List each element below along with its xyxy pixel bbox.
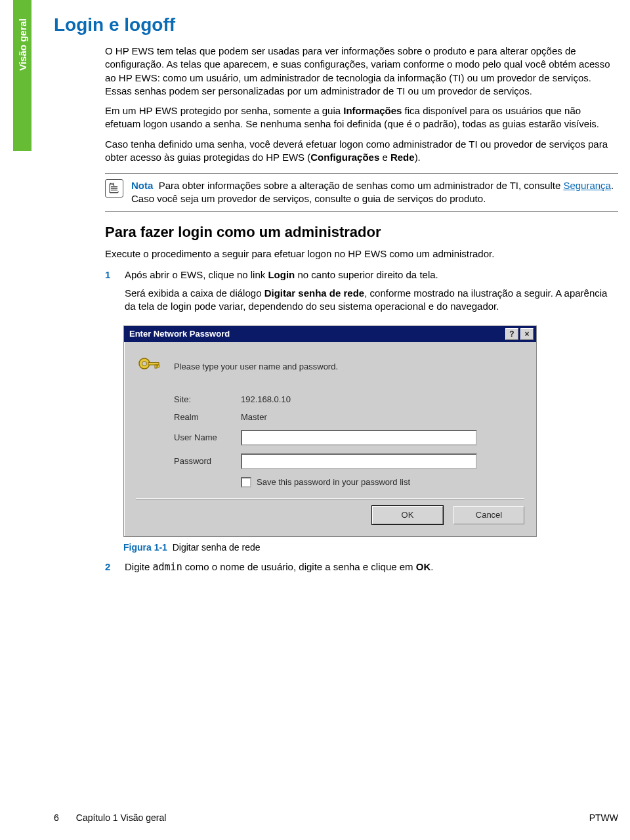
- note-block: Nota Para obter informações sobre a alte…: [105, 173, 618, 212]
- svg-rect-2: [148, 362, 159, 365]
- username-label: User Name: [174, 432, 241, 442]
- password-input[interactable]: [241, 453, 477, 469]
- para-3: Caso tenha definido uma senha, você deve…: [105, 138, 618, 165]
- note-lead: Nota: [131, 180, 153, 191]
- close-button[interactable]: ×: [520, 328, 534, 340]
- dialog-titlebar: Enter Network Password ? ×: [124, 326, 536, 342]
- realm-label: Realm: [174, 412, 241, 422]
- figure-caption: Figura 1-1 Digitar senha de rede: [123, 542, 618, 553]
- password-label: Password: [174, 456, 241, 466]
- step-2-text: Digite admin como o nome de usuário, dig…: [125, 560, 618, 579]
- dialog-body: Please type your user name and password.…: [124, 342, 536, 536]
- page-title: Login e logoff: [54, 14, 618, 35]
- section-heading: Para fazer login como um administrador: [105, 224, 618, 241]
- svg-rect-3: [155, 365, 157, 368]
- para-1: O HP EWS tem telas que podem ser usadas …: [105, 45, 618, 98]
- note-body: Nota Para obter informações sobre a alte…: [131, 179, 618, 206]
- body-text: O HP EWS tem telas que podem ser usadas …: [105, 45, 618, 164]
- step-2: 2 Digite admin como o nome de usuário, d…: [105, 560, 618, 579]
- lang-code: PTWW: [589, 812, 618, 823]
- site-value: 192.168.0.10: [241, 394, 291, 404]
- chapter-label: Capítulo 1 Visão geral: [76, 812, 167, 823]
- svg-rect-4: [158, 365, 159, 368]
- dialog-illustration: Enter Network Password ? ×: [123, 326, 618, 537]
- page-footer: 6 Capítulo 1 Visão geral PTWW: [54, 812, 618, 823]
- dialog-title: Enter Network Password: [129, 329, 230, 339]
- page-content: Login e logoff O HP EWS tem telas que po…: [54, 14, 618, 585]
- page-number: 6: [54, 812, 59, 823]
- save-password-label: Save this password in your password list: [257, 477, 410, 487]
- username-input[interactable]: [241, 430, 477, 446]
- step-2-number: 2: [105, 560, 114, 579]
- step-1-text: Após abrir o EWS, clique no link Login n…: [125, 268, 618, 319]
- step-1: 1 Após abrir o EWS, clique no link Login…: [105, 268, 618, 319]
- section-intro: Execute o procedimento a seguir para efe…: [105, 247, 618, 261]
- ok-button[interactable]: OK: [372, 506, 443, 524]
- note-icon: [105, 179, 123, 198]
- help-button[interactable]: ?: [505, 328, 518, 340]
- svg-point-1: [142, 361, 147, 366]
- step-1-number: 1: [105, 268, 114, 319]
- figure-lead: Figura 1-1: [123, 542, 167, 553]
- side-tab: Visão geral: [13, 0, 32, 151]
- side-tab-label: Visão geral: [17, 18, 28, 71]
- key-icon: [136, 354, 162, 380]
- cancel-button[interactable]: Cancel: [453, 506, 524, 524]
- para-2: Em um HP EWS protegido por senha, soment…: [105, 104, 618, 131]
- save-password-checkbox[interactable]: [241, 477, 251, 488]
- site-label: Site:: [174, 394, 241, 404]
- realm-value: Master: [241, 412, 267, 422]
- figure-text: Digitar senha de rede: [173, 542, 261, 553]
- enter-network-password-dialog: Enter Network Password ? ×: [123, 326, 537, 537]
- note-link-seguranca[interactable]: Segurança: [563, 180, 611, 191]
- dialog-prompt: Please type your user name and password.: [174, 362, 338, 371]
- dialog-separator: [136, 498, 524, 499]
